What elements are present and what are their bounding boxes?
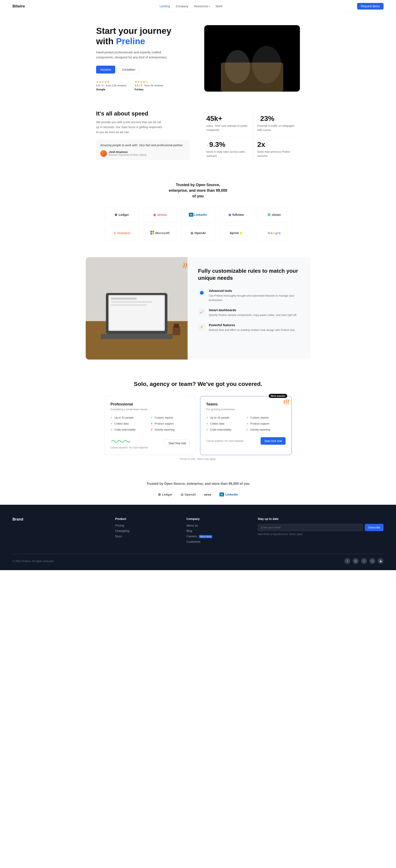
hero-section: Start your journey with Preline Hand-pic… bbox=[84, 13, 312, 100]
prof-start-btn[interactable]: Start free trial bbox=[165, 439, 190, 447]
social-links: f G t ⌥ ◉ bbox=[344, 558, 384, 564]
bottom-logo-xevo: xevo bbox=[204, 493, 211, 496]
footer-copyright: © 2022 Preline. All rights reserved. bbox=[12, 560, 54, 563]
stat-users: 45k+ users · from new startups to public… bbox=[206, 110, 253, 136]
hero-highlight: Preline bbox=[116, 36, 145, 46]
bottom-openai-icon: ◎ bbox=[181, 493, 183, 496]
footer-bottom: © 2022 Preline. All rights reserved. f G… bbox=[12, 554, 384, 564]
teams-feature-1: ✓Up to 10 people bbox=[206, 415, 246, 420]
social-google-icon[interactable]: G bbox=[353, 558, 359, 564]
forbes-score: 4.8 / 5 · from 5k reviews bbox=[135, 84, 163, 87]
newsletter-subscribe-button[interactable]: Subscribe bbox=[365, 524, 384, 531]
navbar: Bitwire Landing Company Resources ▾ Work… bbox=[0, 0, 396, 13]
logo-google: Google bbox=[257, 225, 291, 241]
svg-rect-14 bbox=[111, 301, 152, 303]
newsletter-email-input[interactable] bbox=[258, 524, 363, 531]
stats-grid: 45k+ users · from new startups to public… bbox=[206, 110, 300, 162]
fullview-icon: ◉ bbox=[228, 213, 231, 217]
social-facebook-icon[interactable]: f bbox=[344, 558, 350, 564]
prof-feature-2: ✓Custom reports bbox=[150, 415, 190, 420]
teams-feature-2: ✓Custom reports bbox=[246, 415, 286, 420]
linkedin-icon: in bbox=[189, 213, 193, 217]
bottom-logo-linkedin: in LinkedIn bbox=[220, 493, 238, 496]
svg-rect-6 bbox=[150, 233, 152, 235]
hero-buttons: Iniziamo Contattaci bbox=[96, 66, 192, 73]
nav-logo[interactable]: Bitwire bbox=[12, 4, 25, 8]
hero-primary-button[interactable]: Iniziamo bbox=[96, 66, 115, 73]
bottom-linkedin-icon: in bbox=[220, 493, 224, 496]
footer-company-heading: Company bbox=[186, 517, 249, 521]
footer-link-changelog[interactable]: Changelog bbox=[115, 529, 130, 532]
social-github-icon[interactable]: ⌥ bbox=[369, 558, 375, 564]
stat-faster: 2x faster than previous Preline versions bbox=[253, 136, 300, 162]
teams-feature-5: ✓Code extensibility bbox=[206, 427, 246, 432]
bottom-logo-openai: ◎ OpenAI bbox=[181, 493, 196, 496]
logo-hubspot: ⊙ HubSpot bbox=[105, 225, 139, 241]
social-twitter-icon[interactable]: t bbox=[361, 558, 367, 564]
social-other-icon[interactable]: ◉ bbox=[378, 558, 384, 564]
features-content: Fully customizable rules to match your u… bbox=[188, 257, 310, 360]
footer-link-about[interactable]: About us bbox=[186, 524, 198, 527]
footer-product-col: Product Pricing Changelog Docs bbox=[115, 517, 178, 546]
testimonial-block: Amazing people to work with. Very fast a… bbox=[96, 140, 190, 160]
nav-link-resources[interactable]: Resources ▾ bbox=[194, 5, 210, 8]
hero-text: Start your journey with Preline Hand-pic… bbox=[96, 26, 192, 91]
stat-reply-value: ↑ 9.3% bbox=[206, 141, 249, 149]
footer-link-careers[interactable]: Careers bbox=[186, 535, 197, 538]
feature-item-advanced: 🔵 Advanced tools Use Preline thoroughly … bbox=[198, 289, 300, 303]
teams-feature-4: ✓Product support bbox=[246, 421, 286, 426]
svg-rect-15 bbox=[111, 304, 147, 306]
plan-teams-subtitle: For growing businesses. bbox=[206, 408, 286, 411]
svg-rect-16 bbox=[101, 334, 172, 339]
microsoft-icon bbox=[150, 231, 154, 235]
testimonial-text: Amazing people to work with. Very fast a… bbox=[100, 143, 186, 148]
swirl-decoration: )))) bbox=[183, 261, 188, 268]
trusted-section: Trusted by Open Source, enterprise, and … bbox=[0, 174, 396, 249]
logos-grid: ⊞ Ledger ◈ airbnb in LinkedIn ◉ fullview bbox=[105, 207, 291, 241]
features-heading: Fully customizable rules to match your u… bbox=[198, 268, 300, 282]
stat-reply: ↑ 9.3% boost in reply rates across sales… bbox=[206, 136, 253, 162]
feature-advanced-desc: Use Preline thoroughly thought and autom… bbox=[209, 294, 300, 303]
speed-description: We provide you with a test account that … bbox=[96, 120, 163, 134]
prof-feature-4: ✗Product support bbox=[150, 421, 190, 426]
footer-link-customers[interactable]: Customers bbox=[186, 540, 200, 544]
prof-feature-6: ✗Activity reporting bbox=[150, 427, 190, 432]
trusted-heading: Trusted by Open Source, enterprise, and … bbox=[12, 182, 384, 199]
feature-item-powerful: ⚡ Powerful features Reduce time and effo… bbox=[198, 323, 300, 332]
forbes-stars: ★★★★½ bbox=[135, 80, 163, 84]
trusted-bottom-heading: Trusted by Open Source, enterprise, and … bbox=[12, 481, 384, 486]
testimonial-author-role: Director Payments & Risk | Airbnb bbox=[109, 154, 147, 156]
footer-link-docs[interactable]: Docs bbox=[115, 535, 122, 538]
footer-link-pricing[interactable]: Pricing bbox=[115, 524, 124, 527]
nav-link-landing[interactable]: Landing bbox=[160, 5, 170, 8]
rating-google: ★★★★★ 4.6 / 5 · from 12k reviews Google bbox=[96, 80, 126, 91]
speed-heading: It's all about speed bbox=[96, 110, 190, 117]
testimonial-avatar bbox=[100, 150, 107, 157]
stat-faster-desc: faster than previous Preline versions bbox=[257, 150, 300, 158]
pricing-heading: Solo, agency or team? We've got you cove… bbox=[12, 380, 384, 388]
speed-text: It's all about speed We provide you with… bbox=[96, 110, 190, 163]
chevron-down-icon: ▾ bbox=[209, 5, 210, 7]
footer-link-blog[interactable]: Blog bbox=[186, 529, 192, 532]
hero-heading: Start your journey with Preline bbox=[96, 26, 192, 47]
footer-company-col: Company About us Blog Careers We're hiri… bbox=[186, 517, 249, 546]
feature-advanced-title: Advanced tools bbox=[209, 289, 300, 292]
openai-icon: ◎ bbox=[191, 231, 193, 235]
rating-forbes: ★★★★½ 4.8 / 5 · from 5k reviews Forbes bbox=[135, 80, 163, 91]
footer-product-heading: Product bbox=[115, 517, 178, 521]
nav-link-work[interactable]: Work bbox=[216, 5, 222, 8]
airbnb-icon: ◈ bbox=[153, 213, 156, 217]
feature-dashboard-title: Smart dashboards bbox=[209, 308, 297, 312]
prof-cancel-note: Cancel anytime. No card required. bbox=[110, 446, 148, 449]
stat-reply-desc: boost in reply rates across sales outrea… bbox=[206, 150, 249, 158]
hero-secondary-button[interactable]: Contattaci bbox=[118, 66, 140, 73]
pricing-card-teams: Most popular ((( Teams For growing busin… bbox=[200, 396, 291, 455]
hero-description: Hand-picked professionals and expertly c… bbox=[96, 50, 175, 60]
plan-professional-name: Professional bbox=[110, 402, 190, 406]
request-demo-button[interactable]: Request demo bbox=[357, 3, 384, 9]
pricing-section: Solo, agency or team? We've got you cove… bbox=[0, 368, 396, 473]
teams-start-btn[interactable]: Start free trial bbox=[261, 437, 286, 445]
stat-traffic-desc: increase in traffic on webpages with Loo… bbox=[257, 124, 300, 132]
nav-link-company[interactable]: Company bbox=[176, 5, 188, 8]
speed-section: It's all about speed We provide you with… bbox=[84, 100, 312, 174]
